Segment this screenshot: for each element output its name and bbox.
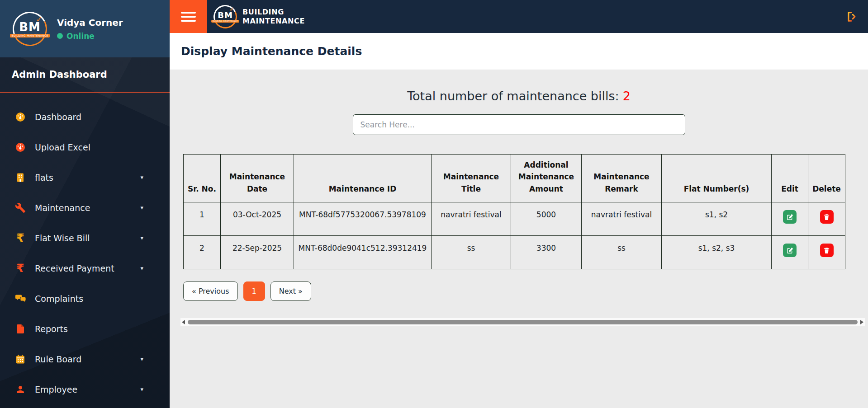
cell-maintenance-title: ss xyxy=(432,236,511,269)
top-navbar: ✓ BM BUILDING MAINTENANCE BUILDING MAINT… xyxy=(170,0,868,33)
cell-additional-amount: 5000 xyxy=(511,202,582,236)
file-icon xyxy=(14,324,27,334)
sidebar-item-received-payment[interactable]: ₹ Received Payment ▾ xyxy=(0,253,170,283)
sidebar-item-label: flats xyxy=(35,173,140,183)
col-header-maintenance-date: Maintenance Date xyxy=(221,155,294,202)
cell-maintenance-id: MNT-68d0de9041c512.39312419 xyxy=(294,236,432,269)
online-status-dot xyxy=(57,33,63,39)
cell-delete xyxy=(808,236,845,269)
chevron-down-icon: ▾ xyxy=(140,234,143,241)
delete-button[interactable] xyxy=(820,210,834,224)
hamburger-icon xyxy=(181,12,196,14)
cell-additional-amount: 3300 xyxy=(511,236,582,269)
society-name: Vidya Corner xyxy=(57,17,123,28)
main-content: Total number of maintenance bills:2 Sr. … xyxy=(170,70,868,408)
edit-button[interactable] xyxy=(783,244,797,257)
gauge-icon xyxy=(14,142,27,153)
cell-maintenance-remark: ss xyxy=(582,236,662,269)
previous-page-button[interactable]: « Previous xyxy=(183,281,238,301)
sidebar-menu: Dashboard Upload Excel flats ▾ Maintenan… xyxy=(0,93,170,404)
cell-maintenance-date: 03-Oct-2025 xyxy=(221,202,294,236)
sign-out-icon xyxy=(845,10,858,23)
pagination: « Previous 1 Next » xyxy=(183,281,868,301)
maintenance-table: Sr. No. Maintenance Date Maintenance ID … xyxy=(183,154,845,269)
logo-check-icon: ✓ xyxy=(36,14,43,24)
rupee-icon: ₹ xyxy=(14,263,27,274)
delete-button[interactable] xyxy=(820,244,834,257)
bm-logo: ✓ BM BUILDING MAINTENANCE xyxy=(213,5,237,28)
chevron-down-icon: ▾ xyxy=(140,174,143,181)
scrollbar-thumb[interactable] xyxy=(188,320,858,324)
page-number-button[interactable]: 1 xyxy=(243,281,265,301)
logout-button[interactable] xyxy=(845,10,858,23)
sidebar-item-maintenance[interactable]: Maintenance ▾ xyxy=(0,192,170,223)
next-page-button[interactable]: Next » xyxy=(270,281,311,301)
chevron-down-icon: ▾ xyxy=(140,356,143,362)
brand-line2: MAINTENANCE xyxy=(242,17,305,26)
sidebar-item-upload-excel[interactable]: Upload Excel xyxy=(0,132,170,162)
cell-edit xyxy=(772,202,808,236)
cell-edit xyxy=(772,236,808,269)
online-status-label: Online xyxy=(66,32,95,41)
person-icon xyxy=(14,384,27,395)
sidebar-section-title: Admin Dashboard xyxy=(0,57,170,93)
sidebar-item-flat-wise-bill[interactable]: ₹ Flat Wise Bill ▾ xyxy=(0,223,170,253)
col-header-delete: Delete xyxy=(808,155,845,202)
sidebar-item-dashboard[interactable]: Dashboard xyxy=(0,102,170,132)
sidebar-item-rule-board[interactable]: Rule Board ▾ xyxy=(0,344,170,374)
total-bills-label: Total number of maintenance bills: xyxy=(407,89,619,103)
brand-text: BUILDING MAINTENANCE xyxy=(242,8,305,26)
total-bills-count: 2 xyxy=(623,89,631,103)
hamburger-menu-button[interactable] xyxy=(170,0,207,33)
building-icon xyxy=(14,172,27,183)
col-header-maintenance-id: Maintenance ID xyxy=(294,155,432,202)
chevron-down-icon: ▾ xyxy=(140,386,143,393)
horizontal-scrollbar[interactable] xyxy=(180,318,865,326)
sidebar-item-label: Employee xyxy=(35,385,140,394)
cell-flat-numbers: s1, s2 xyxy=(662,202,772,236)
logo-check-icon: ✓ xyxy=(229,6,234,13)
cell-sr-no: 2 xyxy=(184,236,221,269)
scroll-left-arrow-icon[interactable] xyxy=(182,320,185,324)
col-header-maintenance-remark: Maintenance Remark xyxy=(582,155,662,202)
sidebar-item-employee[interactable]: Employee ▾ xyxy=(0,374,170,404)
cell-maintenance-title: navratri festival xyxy=(432,202,511,236)
maintenance-table-wrap: Sr. No. Maintenance Date Maintenance ID … xyxy=(183,154,868,269)
cell-delete xyxy=(808,202,845,236)
cell-sr-no: 1 xyxy=(184,202,221,236)
sidebar-user-panel: ✓ BM BUILDING MAINTENANCE Vidya Corner O… xyxy=(0,0,170,57)
edit-pencil-icon xyxy=(786,213,794,221)
calendar-icon xyxy=(14,354,27,365)
chevron-down-icon: ▾ xyxy=(140,265,143,272)
trash-icon xyxy=(823,213,830,221)
bm-logo: ✓ BM BUILDING MAINTENANCE xyxy=(13,12,47,46)
sidebar-item-label: Upload Excel xyxy=(35,142,143,152)
col-header-maintenance-title: Maintenance Title xyxy=(432,155,511,202)
brand: ✓ BM BUILDING MAINTENANCE BUILDING MAINT… xyxy=(213,5,305,28)
total-bills-line: Total number of maintenance bills:2 xyxy=(170,89,868,103)
scroll-right-arrow-icon[interactable] xyxy=(860,320,863,324)
page-title: Display Maintenance Details xyxy=(181,45,362,58)
col-header-edit: Edit xyxy=(772,155,808,202)
edit-button[interactable] xyxy=(783,210,797,224)
edit-pencil-icon xyxy=(786,247,794,254)
trash-icon xyxy=(823,247,830,254)
col-header-additional-amount: Additional Maintenance Amount xyxy=(511,155,582,202)
search-input[interactable] xyxy=(353,114,685,135)
sidebar-item-flats[interactable]: flats ▾ xyxy=(0,162,170,192)
brand-line1: BUILDING xyxy=(242,8,305,17)
sidebar-item-complaints[interactable]: Complaints xyxy=(0,283,170,314)
sidebar-item-label: Flat Wise Bill xyxy=(35,233,140,243)
cell-maintenance-date: 22-Sep-2025 xyxy=(221,236,294,269)
sidebar-item-label: Received Payment xyxy=(35,263,140,273)
hamburger-icon xyxy=(181,16,196,18)
col-header-sr-no: Sr. No. xyxy=(184,155,221,202)
col-header-flat-numbers: Flat Number(s) xyxy=(662,155,772,202)
wrench-icon xyxy=(14,202,27,213)
sidebar-item-label: Complaints xyxy=(35,294,143,304)
sidebar-item-reports[interactable]: Reports xyxy=(0,314,170,344)
chevron-down-icon: ▾ xyxy=(140,204,143,211)
gauge-icon xyxy=(14,112,27,122)
title-band: Display Maintenance Details xyxy=(170,33,868,70)
cell-maintenance-remark: navratri festival xyxy=(582,202,662,236)
